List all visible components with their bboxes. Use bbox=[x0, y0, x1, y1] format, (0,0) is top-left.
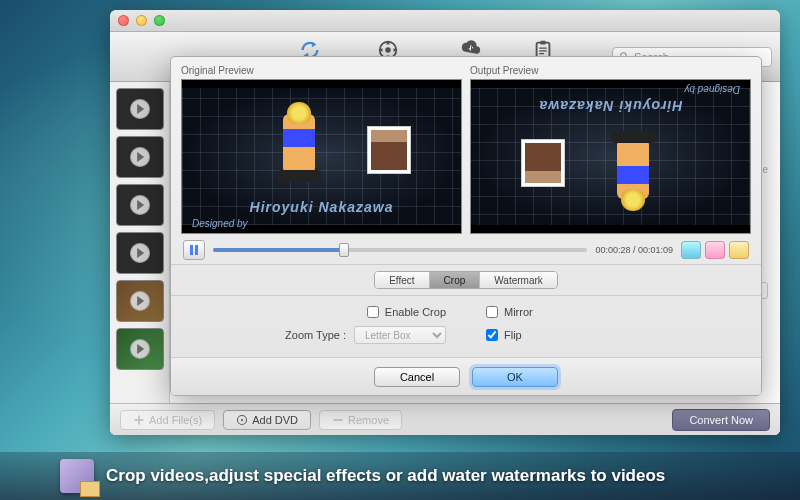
modal-footer: Cancel OK bbox=[171, 357, 761, 395]
svg-rect-3 bbox=[540, 41, 546, 45]
video-thumbnail[interactable] bbox=[116, 280, 164, 322]
snapshot-button[interactable] bbox=[681, 241, 701, 259]
video-thumbnail[interactable] bbox=[116, 136, 164, 178]
tab-crop[interactable]: Crop bbox=[430, 272, 481, 288]
ok-button[interactable]: OK bbox=[472, 367, 558, 387]
zoom-type-label: Zoom Type : bbox=[285, 329, 346, 341]
flip-checkbox[interactable] bbox=[486, 329, 498, 341]
crop-options: Enable Crop Mirror Zoom Type : Letter Bo… bbox=[171, 296, 761, 354]
bottom-toolbar: Add File(s) Add DVD Remove Convert Now bbox=[110, 403, 780, 435]
convert-now-button[interactable]: Convert Now bbox=[672, 409, 770, 431]
flip-label: Flip bbox=[504, 329, 522, 341]
add-dvd-button[interactable]: Add DVD bbox=[223, 410, 311, 430]
titlebar bbox=[110, 10, 780, 32]
plus-icon bbox=[133, 414, 145, 426]
bookmark-button[interactable] bbox=[729, 241, 749, 259]
time-display: 00:00:28 / 00:01:09 bbox=[595, 245, 673, 255]
enable-crop-checkbox[interactable] bbox=[367, 306, 379, 318]
video-thumbnail[interactable] bbox=[116, 88, 164, 130]
video-thumbnail[interactable] bbox=[116, 232, 164, 274]
add-files-button[interactable]: Add File(s) bbox=[120, 410, 215, 430]
original-preview-label: Original Preview bbox=[181, 65, 462, 76]
playback-controls: 00:00:28 / 00:01:09 bbox=[171, 236, 761, 264]
tab-effect[interactable]: Effect bbox=[375, 272, 429, 288]
zoom-type-select[interactable]: Letter Box bbox=[354, 326, 446, 344]
remove-button[interactable]: Remove bbox=[319, 410, 402, 430]
svg-point-1 bbox=[385, 47, 391, 53]
clear-marker-button[interactable] bbox=[705, 241, 725, 259]
svg-point-6 bbox=[241, 418, 243, 420]
zoom-window-button[interactable] bbox=[154, 15, 165, 26]
enable-crop-label: Enable Crop bbox=[385, 306, 446, 318]
original-preview: Hiroyuki Nakazawa Designed by bbox=[181, 79, 462, 234]
output-preview-label: Output Preview bbox=[470, 65, 751, 76]
svg-rect-7 bbox=[334, 419, 343, 421]
video-thumbnail[interactable] bbox=[116, 328, 164, 370]
marker-tools bbox=[681, 241, 749, 259]
slider-thumb[interactable] bbox=[339, 243, 349, 257]
edit-video-modal: Original Preview Hiroyuki Nakazawa Desig… bbox=[170, 56, 762, 396]
pause-button[interactable] bbox=[183, 240, 205, 260]
minus-icon bbox=[332, 414, 344, 426]
traffic-lights bbox=[118, 15, 165, 26]
mirror-label: Mirror bbox=[504, 306, 533, 318]
preview-subtext: Designed by bbox=[192, 218, 248, 229]
close-window-button[interactable] bbox=[118, 15, 129, 26]
cancel-button[interactable]: Cancel bbox=[374, 367, 460, 387]
edit-tabs: Effect Crop Watermark bbox=[171, 264, 761, 296]
mirror-checkbox[interactable] bbox=[486, 306, 498, 318]
disc-icon bbox=[236, 414, 248, 426]
output-preview: Hiroyuki Nakazawa Designed by bbox=[470, 79, 751, 234]
video-list bbox=[110, 82, 170, 435]
minimize-window-button[interactable] bbox=[136, 15, 147, 26]
app-icon bbox=[60, 459, 94, 493]
tab-watermark[interactable]: Watermark bbox=[480, 272, 557, 288]
seek-slider[interactable] bbox=[213, 248, 587, 252]
video-thumbnail[interactable] bbox=[116, 184, 164, 226]
caption-text: Crop videos,adjust special effects or ad… bbox=[106, 466, 665, 486]
promo-caption: Crop videos,adjust special effects or ad… bbox=[0, 452, 800, 500]
preview-text: Hiroyuki Nakazawa bbox=[250, 199, 394, 215]
